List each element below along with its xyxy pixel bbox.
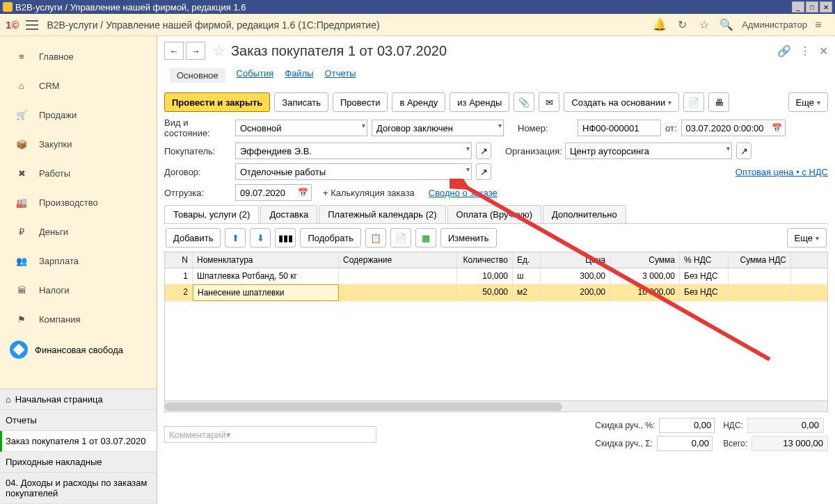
order-summary-link[interactable]: Сводно о заказе [429, 188, 498, 198]
print-icon[interactable]: 🖶 [708, 92, 729, 112]
contract-open-icon[interactable]: ↗ [476, 163, 491, 180]
open-item-3[interactable]: Приходные накладные [0, 452, 157, 473]
table-more-button[interactable]: Еще [787, 228, 827, 247]
more-button[interactable]: Еще [788, 92, 828, 112]
from-rent-button[interactable]: из Аренды [450, 92, 509, 112]
col-header[interactable]: Цена [541, 252, 610, 268]
close-button[interactable]: ✕ [820, 1, 832, 13]
col-header[interactable]: Сумма НДС [729, 252, 791, 268]
org-input[interactable]: Центр аутсорсинга▾ [565, 143, 732, 159]
diamond-icon [6, 337, 32, 363]
doc-tab-3[interactable]: Отчеты [325, 68, 356, 83]
sidebar-item-6[interactable]: ₽Деньги [0, 217, 157, 246]
write-button[interactable]: Записать [274, 92, 328, 112]
ship-date-input[interactable]: 09.07.2020📅 [235, 184, 312, 201]
inner-tab-2[interactable]: Платежный календарь (2) [319, 205, 445, 223]
move-up-icon[interactable]: ⬆ [225, 228, 246, 247]
col-header[interactable]: N [165, 252, 193, 268]
copy-rows-icon[interactable]: 📋 [365, 228, 386, 247]
col-header[interactable]: % НДС [680, 252, 729, 268]
buyer-label: Покупатель: [164, 146, 231, 156]
sidebar-item-0[interactable]: ≡Главное [0, 42, 157, 71]
inner-tab-1[interactable]: Доставка [260, 205, 317, 223]
col-header[interactable]: Номенклатура [193, 252, 339, 268]
doc-tab-1[interactable]: События [237, 68, 274, 83]
col-header[interactable]: Сумма [610, 252, 680, 268]
back-button[interactable]: ← [164, 42, 184, 60]
open-item-0[interactable]: ⌂Начальная страница [0, 389, 157, 410]
user-label[interactable]: Администратор [742, 19, 807, 30]
grid-icon[interactable]: ▦ [415, 228, 436, 247]
to-rent-button[interactable]: в Аренду [392, 92, 445, 112]
forward-button[interactable]: → [186, 42, 205, 60]
bell-icon[interactable]: 🔔 [653, 18, 667, 32]
more-vertical-icon[interactable]: ⋮ [800, 44, 811, 58]
barcode-icon[interactable]: ▮▮▮ [275, 228, 296, 247]
search-icon[interactable]: 🔍 [719, 18, 733, 32]
inner-tab-3[interactable]: Оплата (Вручную) [447, 205, 541, 223]
sidebar-item-7[interactable]: 👥Зарплата [0, 246, 157, 275]
settings-icon[interactable]: ≡ [811, 18, 825, 32]
calendar-icon[interactable]: 📅 [772, 123, 782, 133]
open-item-4[interactable]: 04. Доходы и расходы по заказам покупате… [0, 473, 157, 504]
sidebar-item-1[interactable]: ⌂CRM [0, 71, 157, 100]
buyer-open-icon[interactable]: ↗ [476, 143, 491, 159]
minimize-button[interactable]: _ [792, 1, 804, 13]
attach-icon[interactable]: 📎 [514, 92, 534, 112]
sidebar-item-2[interactable]: 🛒Продажи [0, 100, 157, 129]
discount-sum-input[interactable]: 0,00 [657, 436, 713, 451]
sidebar-item-9[interactable]: ⚑Компания [0, 304, 157, 334]
kind-state-label: Вид и состояние: [164, 117, 231, 138]
buyer-input[interactable]: Эффендиев Э.В.▾ [235, 143, 472, 159]
number-input[interactable]: НФ00-000001 [578, 120, 661, 136]
sidebar-item-5[interactable]: 🏭Производство [0, 188, 157, 217]
post-and-close-button[interactable]: Провести и закрыть [164, 92, 270, 112]
horizontal-scrollbar[interactable] [165, 400, 827, 412]
table-row[interactable]: 1Шпатлевка Ротбанд, 50 кг10,000ш300,003 … [165, 268, 827, 284]
comment-input[interactable]: Комментарий ▾ [164, 426, 376, 443]
inner-tab-4[interactable]: Дополнительно [543, 205, 626, 223]
date-input[interactable]: 03.07.2020 0:00:00📅 [681, 120, 786, 136]
post-button[interactable]: Провести [333, 92, 388, 112]
mail-icon[interactable]: ✉ [539, 92, 559, 112]
nav-icon: ⌂ [15, 80, 28, 91]
col-header[interactable]: Ед. [513, 252, 541, 268]
paste-rows-icon[interactable]: 📄 [390, 228, 411, 247]
calc-label[interactable]: + Калькуляция заказа [323, 188, 415, 198]
kind-input[interactable]: Основной▾ [235, 120, 367, 136]
table-row[interactable]: 2Нанесение шпатлевки50,000м2200,0010 000… [165, 284, 827, 302]
add-row-button[interactable]: Добавить [166, 228, 221, 247]
sidebar-financial-freedom[interactable]: Финансовая свобода [0, 334, 157, 366]
state-input[interactable]: Договор заключен▾ [372, 120, 504, 136]
col-header[interactable]: Количество [457, 252, 513, 268]
sidebar-item-8[interactable]: 🏛Налоги [0, 275, 157, 304]
nav-icon: 🏭 [15, 197, 28, 208]
inner-tab-0[interactable]: Товары, услуги (2) [164, 205, 259, 223]
pick-button[interactable]: Подобрать [300, 228, 360, 247]
sidebar-item-3[interactable]: 📦Закупки [0, 129, 157, 158]
favorite-star-icon[interactable]: ☆ [213, 42, 225, 59]
link-icon[interactable]: 🔗 [777, 44, 791, 58]
contract-input[interactable]: Отделочные работы▾ [235, 163, 472, 180]
col-header[interactable]: Содержание [339, 252, 457, 268]
copy-icon[interactable]: 📄 [683, 92, 704, 112]
close-document-button[interactable]: ✕ [819, 44, 828, 58]
open-item-2[interactable]: Заказ покупателя 1 от 03.07.2020 [0, 431, 157, 452]
nds-total-label: НДС: [723, 421, 743, 430]
create-based-on-button[interactable]: Создать на основании [564, 92, 679, 112]
calendar-icon[interactable]: 📅 [298, 188, 308, 197]
org-label: Организация: [505, 146, 561, 156]
doc-tab-2[interactable]: Файлы [285, 68, 313, 83]
open-item-1[interactable]: Отчеты [0, 410, 157, 431]
org-open-icon[interactable]: ↗ [736, 143, 752, 159]
menu-icon[interactable] [26, 20, 38, 30]
doc-tab-0[interactable]: Основное [170, 68, 225, 83]
price-type-link[interactable]: Оптовая цена • с НДС [735, 167, 828, 177]
sidebar-item-4[interactable]: ✖Работы [0, 158, 157, 188]
move-down-icon[interactable]: ⬇ [250, 228, 271, 247]
change-button[interactable]: Изменить [440, 228, 497, 247]
star-icon[interactable]: ☆ [697, 18, 711, 32]
maximize-button[interactable]: □ [806, 1, 818, 13]
discount-pct-input[interactable]: 0,00 [659, 418, 715, 433]
history-icon[interactable]: ↻ [675, 18, 689, 32]
